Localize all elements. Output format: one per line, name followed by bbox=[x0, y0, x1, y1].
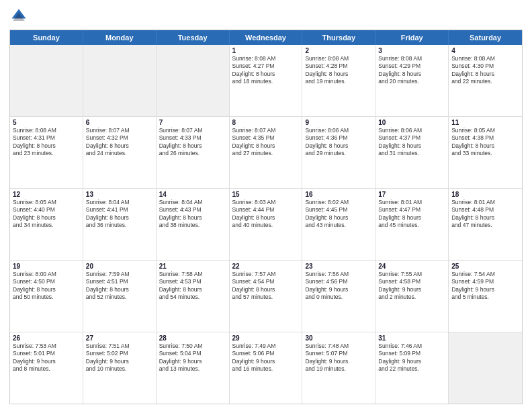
day-info: Sunrise: 7:58 AM Sunset: 4:53 PM Dayligh… bbox=[159, 271, 226, 302]
calendar-day-24: 24Sunrise: 7:55 AM Sunset: 4:58 PM Dayli… bbox=[375, 261, 449, 332]
day-info: Sunrise: 7:56 AM Sunset: 4:56 PM Dayligh… bbox=[305, 271, 372, 302]
day-info: Sunrise: 7:53 AM Sunset: 5:01 PM Dayligh… bbox=[13, 342, 80, 373]
day-info: Sunrise: 7:46 AM Sunset: 5:09 PM Dayligh… bbox=[378, 342, 445, 373]
day-number: 27 bbox=[86, 334, 153, 342]
calendar-day-28: 28Sunrise: 7:50 AM Sunset: 5:04 PM Dayli… bbox=[157, 332, 230, 404]
weekday-header: Friday bbox=[375, 30, 449, 45]
calendar-day-30: 30Sunrise: 7:48 AM Sunset: 5:07 PM Dayli… bbox=[302, 332, 375, 404]
day-number: 13 bbox=[86, 191, 153, 198]
calendar-row: 12Sunrise: 8:05 AM Sunset: 4:40 PM Dayli… bbox=[10, 189, 522, 261]
calendar-row: 1Sunrise: 8:08 AM Sunset: 4:27 PM Daylig… bbox=[10, 45, 522, 117]
calendar-day-4: 4Sunrise: 8:08 AM Sunset: 4:30 PM Daylig… bbox=[449, 45, 522, 116]
day-number: 18 bbox=[451, 191, 519, 198]
calendar-day-22: 22Sunrise: 7:57 AM Sunset: 4:54 PM Dayli… bbox=[230, 261, 303, 332]
calendar-day-15: 15Sunrise: 8:03 AM Sunset: 4:44 PM Dayli… bbox=[230, 189, 303, 260]
day-info: Sunrise: 7:57 AM Sunset: 4:54 PM Dayligh… bbox=[232, 271, 300, 302]
day-info: Sunrise: 8:05 AM Sunset: 4:40 PM Dayligh… bbox=[13, 199, 80, 230]
calendar-day-16: 16Sunrise: 8:02 AM Sunset: 4:45 PM Dayli… bbox=[302, 189, 375, 260]
day-info: Sunrise: 8:01 AM Sunset: 4:47 PM Dayligh… bbox=[378, 199, 445, 230]
day-info: Sunrise: 7:55 AM Sunset: 4:58 PM Dayligh… bbox=[378, 271, 445, 302]
calendar-body: 1Sunrise: 8:08 AM Sunset: 4:27 PM Daylig… bbox=[10, 45, 522, 404]
weekday-header: Tuesday bbox=[157, 30, 230, 45]
calendar-day-18: 18Sunrise: 8:01 AM Sunset: 4:48 PM Dayli… bbox=[449, 189, 522, 260]
day-info: Sunrise: 7:49 AM Sunset: 5:06 PM Dayligh… bbox=[232, 342, 300, 373]
calendar-empty-cell bbox=[157, 45, 230, 116]
day-info: Sunrise: 7:51 AM Sunset: 5:02 PM Dayligh… bbox=[86, 342, 153, 373]
day-info: Sunrise: 8:08 AM Sunset: 4:27 PM Dayligh… bbox=[232, 55, 300, 86]
day-number: 10 bbox=[378, 119, 445, 126]
day-number: 11 bbox=[451, 119, 519, 126]
calendar-day-13: 13Sunrise: 8:04 AM Sunset: 4:41 PM Dayli… bbox=[83, 189, 157, 260]
day-number: 22 bbox=[232, 263, 300, 270]
day-number: 28 bbox=[159, 334, 226, 342]
calendar-day-31: 31Sunrise: 7:46 AM Sunset: 5:09 PM Dayli… bbox=[375, 332, 449, 404]
day-info: Sunrise: 8:04 AM Sunset: 4:43 PM Dayligh… bbox=[159, 199, 226, 230]
day-number: 4 bbox=[451, 47, 519, 54]
calendar-day-25: 25Sunrise: 7:54 AM Sunset: 4:59 PM Dayli… bbox=[449, 261, 522, 332]
weekday-header: Thursday bbox=[302, 30, 375, 45]
day-info: Sunrise: 7:54 AM Sunset: 4:59 PM Dayligh… bbox=[451, 271, 519, 302]
calendar-day-11: 11Sunrise: 8:05 AM Sunset: 4:38 PM Dayli… bbox=[449, 117, 522, 188]
day-info: Sunrise: 8:02 AM Sunset: 4:45 PM Dayligh… bbox=[305, 199, 372, 230]
calendar-day-12: 12Sunrise: 8:05 AM Sunset: 4:40 PM Dayli… bbox=[10, 189, 83, 260]
calendar-row: 19Sunrise: 8:00 AM Sunset: 4:50 PM Dayli… bbox=[10, 261, 522, 332]
day-number: 7 bbox=[159, 119, 226, 126]
calendar-empty-cell bbox=[449, 332, 522, 404]
calendar-day-3: 3Sunrise: 8:08 AM Sunset: 4:29 PM Daylig… bbox=[375, 45, 449, 116]
day-number: 30 bbox=[305, 334, 372, 342]
calendar-day-8: 8Sunrise: 8:07 AM Sunset: 4:35 PM Daylig… bbox=[230, 117, 303, 188]
day-number: 15 bbox=[232, 191, 300, 198]
calendar-day-14: 14Sunrise: 8:04 AM Sunset: 4:43 PM Dayli… bbox=[157, 189, 230, 260]
day-info: Sunrise: 7:48 AM Sunset: 5:07 PM Dayligh… bbox=[305, 342, 372, 373]
day-number: 3 bbox=[378, 47, 445, 54]
day-number: 26 bbox=[13, 334, 80, 342]
day-number: 20 bbox=[86, 263, 153, 270]
calendar-row: 26Sunrise: 7:53 AM Sunset: 5:01 PM Dayli… bbox=[10, 332, 522, 404]
day-number: 2 bbox=[305, 47, 372, 54]
day-number: 9 bbox=[305, 119, 372, 126]
day-info: Sunrise: 8:07 AM Sunset: 4:32 PM Dayligh… bbox=[86, 127, 153, 158]
calendar-day-10: 10Sunrise: 8:06 AM Sunset: 4:37 PM Dayli… bbox=[375, 117, 449, 188]
day-number: 17 bbox=[378, 191, 445, 198]
day-info: Sunrise: 8:08 AM Sunset: 4:29 PM Dayligh… bbox=[378, 55, 445, 86]
calendar-day-9: 9Sunrise: 8:06 AM Sunset: 4:36 PM Daylig… bbox=[302, 117, 375, 188]
calendar-day-2: 2Sunrise: 8:08 AM Sunset: 4:28 PM Daylig… bbox=[302, 45, 375, 116]
calendar-day-29: 29Sunrise: 7:49 AM Sunset: 5:06 PM Dayli… bbox=[230, 332, 303, 404]
weekday-header: Saturday bbox=[449, 30, 522, 45]
weekday-header: Monday bbox=[83, 30, 157, 45]
calendar-day-20: 20Sunrise: 7:59 AM Sunset: 4:51 PM Dayli… bbox=[83, 261, 157, 332]
day-info: Sunrise: 8:04 AM Sunset: 4:41 PM Dayligh… bbox=[86, 199, 153, 230]
day-number: 8 bbox=[232, 119, 300, 126]
calendar-day-6: 6Sunrise: 8:07 AM Sunset: 4:32 PM Daylig… bbox=[83, 117, 157, 188]
calendar-empty-cell bbox=[83, 45, 157, 116]
day-info: Sunrise: 8:07 AM Sunset: 4:35 PM Dayligh… bbox=[232, 127, 300, 158]
weekday-header: Wednesday bbox=[230, 30, 303, 45]
day-info: Sunrise: 8:01 AM Sunset: 4:48 PM Dayligh… bbox=[451, 199, 519, 230]
day-number: 25 bbox=[451, 263, 519, 270]
day-info: Sunrise: 8:08 AM Sunset: 4:30 PM Dayligh… bbox=[451, 55, 519, 86]
weekday-header: Sunday bbox=[10, 30, 83, 45]
day-number: 16 bbox=[305, 191, 372, 198]
day-number: 29 bbox=[232, 334, 300, 342]
day-number: 19 bbox=[13, 263, 80, 270]
day-number: 1 bbox=[232, 47, 300, 54]
calendar-day-23: 23Sunrise: 7:56 AM Sunset: 4:56 PM Dayli… bbox=[302, 261, 375, 332]
day-info: Sunrise: 8:00 AM Sunset: 4:50 PM Dayligh… bbox=[13, 271, 80, 302]
day-number: 14 bbox=[159, 191, 226, 198]
day-number: 23 bbox=[305, 263, 372, 270]
day-info: Sunrise: 8:07 AM Sunset: 4:33 PM Dayligh… bbox=[159, 127, 226, 158]
calendar: SundayMondayTuesdayWednesdayThursdayFrid… bbox=[9, 30, 523, 404]
day-info: Sunrise: 8:03 AM Sunset: 4:44 PM Dayligh… bbox=[232, 199, 300, 230]
day-info: Sunrise: 8:06 AM Sunset: 4:36 PM Dayligh… bbox=[305, 127, 372, 158]
day-info: Sunrise: 8:08 AM Sunset: 4:31 PM Dayligh… bbox=[13, 127, 80, 158]
header bbox=[9, 7, 523, 26]
day-number: 6 bbox=[86, 119, 153, 126]
day-info: Sunrise: 8:05 AM Sunset: 4:38 PM Dayligh… bbox=[451, 127, 519, 158]
day-number: 31 bbox=[378, 334, 445, 342]
day-info: Sunrise: 7:59 AM Sunset: 4:51 PM Dayligh… bbox=[86, 271, 153, 302]
logo-icon bbox=[9, 7, 28, 26]
calendar-day-26: 26Sunrise: 7:53 AM Sunset: 5:01 PM Dayli… bbox=[10, 332, 83, 404]
day-info: Sunrise: 8:06 AM Sunset: 4:37 PM Dayligh… bbox=[378, 127, 445, 158]
day-number: 5 bbox=[13, 119, 80, 126]
calendar-day-19: 19Sunrise: 8:00 AM Sunset: 4:50 PM Dayli… bbox=[10, 261, 83, 332]
